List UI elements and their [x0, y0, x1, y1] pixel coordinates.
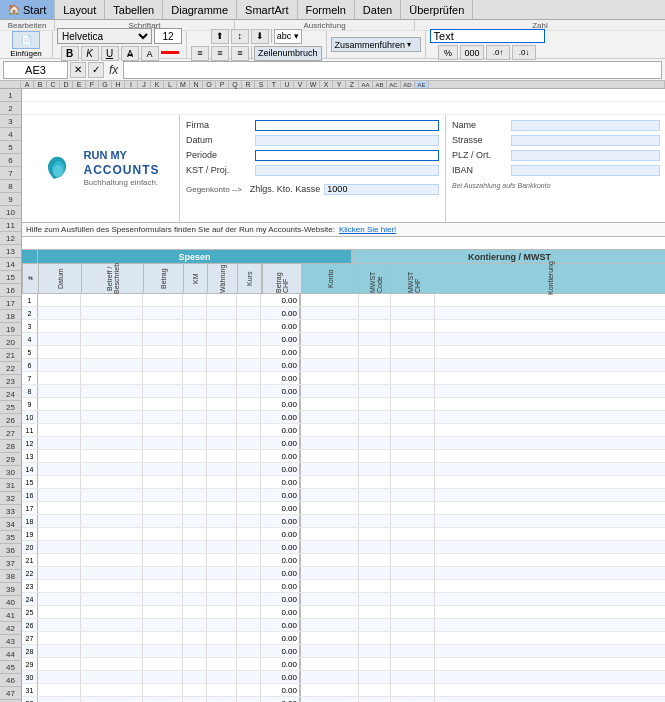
wahrung-cell-15[interactable]: [207, 476, 237, 488]
datum-cell-12[interactable]: [38, 437, 81, 449]
mwst-code-cell-10[interactable]: [359, 411, 391, 423]
mwst-chf-cell-15[interactable]: [391, 476, 435, 488]
name-input[interactable]: [511, 120, 660, 131]
betrag-chf-cell-4[interactable]: 0.00: [261, 333, 301, 345]
konto-cell-19[interactable]: [301, 528, 359, 540]
konto-cell-2[interactable]: [301, 307, 359, 319]
menu-diagramme[interactable]: Diagramme: [163, 0, 237, 19]
row-header-25[interactable]: 25: [0, 401, 21, 414]
mwst-chf-cell-23[interactable]: [391, 580, 435, 592]
mwst-code-cell-18[interactable]: [359, 515, 391, 527]
mwst-code-cell-22[interactable]: [359, 567, 391, 579]
wahrung-cell-6[interactable]: [207, 359, 237, 371]
mwst-chf-cell-21[interactable]: [391, 554, 435, 566]
betrag-cell-12[interactable]: [143, 437, 183, 449]
col-header-AD[interactable]: AD: [401, 81, 415, 88]
betrag-chf-cell-24[interactable]: 0.00: [261, 593, 301, 605]
betrag-chf-cell-20[interactable]: 0.00: [261, 541, 301, 553]
col-header-R[interactable]: R: [242, 81, 255, 88]
kontierung-cell-7[interactable]: [435, 372, 665, 384]
mwst-code-cell-9[interactable]: [359, 398, 391, 410]
betreff-cell-3[interactable]: [81, 320, 143, 332]
konto-cell-26[interactable]: [301, 619, 359, 631]
row-header-34[interactable]: 34: [0, 518, 21, 531]
data-row-31[interactable]: 31 0.00: [22, 684, 665, 697]
row-header-15[interactable]: 15: [0, 271, 21, 284]
data-row-11[interactable]: 11 0.00: [22, 424, 665, 437]
km-cell-8[interactable]: [183, 385, 207, 397]
konto-cell-1[interactable]: [301, 294, 359, 306]
row-header-21[interactable]: 21: [0, 349, 21, 362]
col-header-K[interactable]: K: [151, 81, 164, 88]
betreff-cell-26[interactable]: [81, 619, 143, 631]
betrag-cell-28[interactable]: [143, 645, 183, 657]
datum-cell-27[interactable]: [38, 632, 81, 644]
betreff-cell-32[interactable]: [81, 697, 143, 702]
konto-cell-20[interactable]: [301, 541, 359, 553]
kst-input[interactable]: [255, 165, 439, 176]
col-header-N[interactable]: N: [190, 81, 203, 88]
kurs-cell-26[interactable]: [237, 619, 261, 631]
kurs-cell-1[interactable]: [237, 294, 261, 306]
konto-cell-25[interactable]: [301, 606, 359, 618]
data-row-32[interactable]: 32 0.00: [22, 697, 665, 702]
km-cell-30[interactable]: [183, 671, 207, 683]
kurs-cell-20[interactable]: [237, 541, 261, 553]
km-cell-5[interactable]: [183, 346, 207, 358]
col-header-W[interactable]: W: [307, 81, 320, 88]
mwst-code-cell-15[interactable]: [359, 476, 391, 488]
konto-cell-4[interactable]: [301, 333, 359, 345]
kontierung-cell-17[interactable]: [435, 502, 665, 514]
betrag-chf-cell-11[interactable]: 0.00: [261, 424, 301, 436]
km-cell-29[interactable]: [183, 658, 207, 670]
mwst-code-cell-32[interactable]: [359, 697, 391, 702]
betreff-cell-1[interactable]: [81, 294, 143, 306]
row-header-40[interactable]: 40: [0, 596, 21, 609]
mwst-chf-cell-22[interactable]: [391, 567, 435, 579]
kontierung-cell-25[interactable]: [435, 606, 665, 618]
wahrung-cell-12[interactable]: [207, 437, 237, 449]
col-header-L[interactable]: L: [164, 81, 177, 88]
konto-cell-8[interactable]: [301, 385, 359, 397]
wahrung-cell-20[interactable]: [207, 541, 237, 553]
kurs-cell-17[interactable]: [237, 502, 261, 514]
row-header-41[interactable]: 41: [0, 609, 21, 622]
betrag-cell-17[interactable]: [143, 502, 183, 514]
menu-formeln[interactable]: Formeln: [298, 0, 355, 19]
row-header-4[interactable]: 4: [0, 128, 21, 141]
mwst-code-cell-19[interactable]: [359, 528, 391, 540]
kontierung-cell-20[interactable]: [435, 541, 665, 553]
row-header-46[interactable]: 46: [0, 674, 21, 687]
row-header-32[interactable]: 32: [0, 492, 21, 505]
row-header-30[interactable]: 30: [0, 466, 21, 479]
datum-cell-23[interactable]: [38, 580, 81, 592]
wahrung-cell-28[interactable]: [207, 645, 237, 657]
betrag-cell-2[interactable]: [143, 307, 183, 319]
mwst-code-cell-7[interactable]: [359, 372, 391, 384]
betrag-chf-cell-10[interactable]: 0.00: [261, 411, 301, 423]
mwst-chf-cell-4[interactable]: [391, 333, 435, 345]
km-cell-16[interactable]: [183, 489, 207, 501]
kontierung-cell-12[interactable]: [435, 437, 665, 449]
datum-cell-6[interactable]: [38, 359, 81, 371]
betrag-cell-20[interactable]: [143, 541, 183, 553]
kurs-cell-27[interactable]: [237, 632, 261, 644]
mwst-code-cell-3[interactable]: [359, 320, 391, 332]
wahrung-cell-5[interactable]: [207, 346, 237, 358]
datum-cell-3[interactable]: [38, 320, 81, 332]
km-cell-7[interactable]: [183, 372, 207, 384]
betreff-cell-16[interactable]: [81, 489, 143, 501]
kontierung-cell-24[interactable]: [435, 593, 665, 605]
col-header-AC[interactable]: AC: [387, 81, 401, 88]
betrag-chf-cell-3[interactable]: 0.00: [261, 320, 301, 332]
row-header-42[interactable]: 42: [0, 622, 21, 635]
col-header-T[interactable]: T: [268, 81, 281, 88]
data-row-24[interactable]: 24 0.00: [22, 593, 665, 606]
mwst-code-cell-30[interactable]: [359, 671, 391, 683]
kurs-cell-13[interactable]: [237, 450, 261, 462]
mwst-chf-cell-13[interactable]: [391, 450, 435, 462]
data-row-4[interactable]: 4 0.00: [22, 333, 665, 346]
data-row-18[interactable]: 18 0.00: [22, 515, 665, 528]
mwst-chf-cell-14[interactable]: [391, 463, 435, 475]
kontierung-cell-9[interactable]: [435, 398, 665, 410]
